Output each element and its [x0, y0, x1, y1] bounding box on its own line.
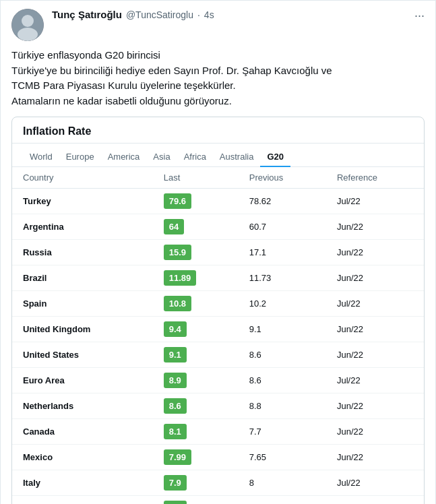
table-row: United Kingdom9.49.1Jun/22	[12, 317, 424, 342]
tab-g20[interactable]: G20	[260, 148, 290, 167]
cell-reference: Jun/22	[326, 445, 424, 470]
cell-country: Turkey	[12, 189, 153, 214]
cell-reference: Jul/22	[326, 368, 424, 393]
more-options-button[interactable]: ···	[414, 9, 425, 23]
cell-previous: 10.2	[239, 291, 326, 317]
svg-point-1	[22, 15, 34, 27]
tab-world[interactable]: World	[23, 148, 59, 167]
table-row: Russia15.917.1Jun/22	[12, 240, 424, 265]
table-row: Brazil11.8911.73Jun/22	[12, 265, 424, 291]
cell-previous: 17.1	[239, 240, 326, 265]
cell-previous: 7.65	[239, 445, 326, 470]
table-row: Spain10.810.2Jul/22	[12, 291, 424, 317]
cell-reference: Jun/22	[326, 214, 424, 240]
table-row: Euro Area8.98.6Jul/22	[12, 368, 424, 393]
cell-last: 10.8	[153, 291, 239, 317]
cell-previous: 60.7	[239, 214, 326, 240]
inflation-table: Country Last Previous Reference Turkey79…	[12, 167, 424, 504]
cell-previous: 7.6	[239, 496, 326, 505]
cell-country: Mexico	[12, 445, 153, 470]
table-row: Turkey79.678.62Jul/22	[12, 189, 424, 214]
col-country: Country	[12, 167, 153, 189]
table-row: United States9.18.6Jun/22	[12, 342, 424, 368]
cell-reference: Jun/22	[326, 240, 424, 265]
table-row: Italy7.98Jul/22	[12, 470, 424, 496]
cell-reference: Jul/22	[326, 189, 424, 214]
cell-country: United States	[12, 342, 153, 368]
tweet-line4: Atamaların ne kadar isabetli olduğunu gö…	[11, 94, 425, 109]
avatar	[11, 9, 44, 41]
table-row: Mexico7.997.65Jun/22	[12, 445, 424, 470]
tab-bar: World Europe America Asia Africa Austral…	[12, 144, 424, 167]
table-row: Germany7.57.6Jul/22	[12, 496, 424, 505]
cell-previous: 78.62	[239, 189, 326, 214]
cell-last: 7.9	[153, 470, 239, 496]
cell-last: 64	[153, 214, 239, 240]
cell-country: Spain	[12, 291, 153, 317]
tweet-container: Tunç Şatıroğlu @TuncSatiroglu · 4s ··· T…	[0, 0, 436, 504]
display-name[interactable]: Tunç Şatıroğlu	[52, 9, 122, 20]
cell-country: Argentina	[12, 214, 153, 240]
cell-country: Italy	[12, 470, 153, 496]
cell-previous: 7.7	[239, 419, 326, 445]
separator-dot: ·	[197, 9, 200, 20]
cell-country: Germany	[12, 496, 153, 505]
tweet-header: Tunç Şatıroğlu @TuncSatiroglu · 4s ···	[11, 9, 425, 41]
tab-europe[interactable]: Europe	[59, 148, 101, 167]
tab-asia[interactable]: Asia	[146, 148, 177, 167]
cell-reference: Jul/22	[326, 496, 424, 505]
col-reference: Reference	[326, 167, 424, 189]
cell-last: 7.99	[153, 445, 239, 470]
tab-america[interactable]: America	[101, 148, 147, 167]
col-previous: Previous	[239, 167, 326, 189]
table-row: Canada8.17.7Jun/22	[12, 419, 424, 445]
svg-point-2	[18, 28, 38, 41]
cell-reference: Jul/22	[326, 470, 424, 496]
cell-last: 15.9	[153, 240, 239, 265]
cell-reference: Jun/22	[326, 265, 424, 291]
cell-previous: 8	[239, 470, 326, 496]
tweet-line1: Türkiye enflasyonda G20 birincisi	[11, 48, 425, 63]
cell-country: Netherlands	[12, 393, 153, 419]
inflation-card: Inflation Rate World Europe America Asia…	[11, 117, 425, 504]
tweet-time: 4s	[204, 9, 214, 20]
col-last: Last	[153, 167, 239, 189]
cell-last: 8.6	[153, 393, 239, 419]
table-row: Netherlands8.68.8Jun/22	[12, 393, 424, 419]
username[interactable]: @TuncSatiroglu	[126, 9, 193, 20]
cell-reference: Jun/22	[326, 393, 424, 419]
cell-previous: 8.6	[239, 342, 326, 368]
cell-last: 8.9	[153, 368, 239, 393]
cell-previous: 11.73	[239, 265, 326, 291]
table-row: Argentina6460.7Jun/22	[12, 214, 424, 240]
cell-last: 79.6	[153, 189, 239, 214]
cell-last: 7.5	[153, 496, 239, 505]
cell-last: 11.89	[153, 265, 239, 291]
tab-australia[interactable]: Australia	[213, 148, 261, 167]
cell-last: 8.1	[153, 419, 239, 445]
tweet-text: Türkiye enflasyonda G20 birincisi Türkiy…	[11, 48, 425, 108]
cell-previous: 8.6	[239, 368, 326, 393]
card-title: Inflation Rate	[12, 117, 424, 144]
tab-africa[interactable]: Africa	[177, 148, 213, 167]
cell-reference: Jun/22	[326, 317, 424, 342]
cell-country: Brazil	[12, 265, 153, 291]
cell-country: United Kingdom	[12, 317, 153, 342]
cell-last: 9.4	[153, 317, 239, 342]
cell-country: Russia	[12, 240, 153, 265]
tweet-line3: TCMB Para Piyasası Kurulu üyelerine teşe…	[11, 78, 425, 94]
user-name-row: Tunç Şatıroğlu @TuncSatiroglu · 4s	[52, 9, 414, 20]
cell-country: Canada	[12, 419, 153, 445]
cell-last: 9.1	[153, 342, 239, 368]
cell-reference: Jun/22	[326, 342, 424, 368]
cell-country: Euro Area	[12, 368, 153, 393]
cell-previous: 9.1	[239, 317, 326, 342]
cell-reference: Jun/22	[326, 419, 424, 445]
cell-previous: 8.8	[239, 393, 326, 419]
tweet-line2: Türkiye'ye bu birinciliği hediye eden Sa…	[11, 63, 425, 79]
cell-reference: Jul/22	[326, 291, 424, 317]
user-info: Tunç Şatıroğlu @TuncSatiroglu · 4s	[52, 9, 414, 20]
